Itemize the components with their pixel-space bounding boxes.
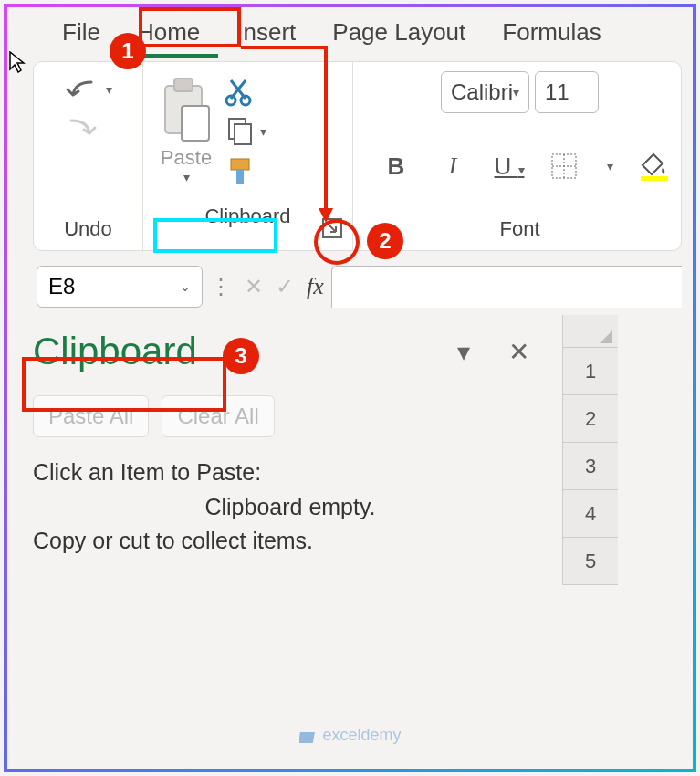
cancel-formula-icon[interactable]: ✕ — [245, 274, 263, 299]
copy-button[interactable]: ▾ — [224, 115, 266, 148]
svg-rect-2 — [182, 106, 209, 141]
svg-rect-14 — [298, 732, 314, 743]
chevron-down-icon: ▾ — [183, 170, 190, 184]
clipboard-task-pane: Clipboard ▾ ✕ Paste All Clear All Click … — [7, 315, 562, 585]
borders-button[interactable] — [550, 152, 581, 180]
svg-rect-13 — [641, 176, 668, 181]
more-icon[interactable]: ⋮ — [210, 274, 232, 299]
format-painter-button[interactable] — [224, 155, 266, 188]
paste-all-button[interactable]: Paste All — [33, 395, 149, 437]
ribbon: ▾ Undo Paste ▾ — [33, 61, 682, 251]
italic-button[interactable]: I — [437, 152, 468, 180]
font-name-select[interactable]: Calibri ▾ — [441, 71, 529, 113]
chevron-down-icon: ⌄ — [180, 279, 191, 294]
pane-options-icon[interactable]: ▾ — [457, 337, 470, 367]
row-header[interactable]: 4 — [563, 490, 618, 538]
pane-hint: Click an Item to Paste: — [33, 456, 548, 490]
group-label-clipboard: Clipboard — [204, 201, 290, 228]
name-box[interactable]: E8 ⌄ — [37, 266, 203, 308]
chevron-down-icon: ▾ — [607, 159, 613, 173]
row-header[interactable]: 3 — [563, 443, 618, 490]
svg-point-4 — [241, 96, 250, 105]
group-label-font: Font — [362, 214, 677, 241]
bold-button[interactable]: B — [381, 152, 412, 181]
svg-rect-1 — [174, 79, 193, 91]
pane-empty-1: Clipboard empty. — [33, 490, 548, 525]
pane-empty-2: Copy or cut to collect items. — [33, 524, 548, 559]
tab-insert[interactable]: Insert — [218, 13, 314, 58]
tab-formulas[interactable]: Formulas — [484, 13, 619, 58]
tab-file[interactable]: File — [44, 13, 119, 58]
chevron-down-icon: ▾ — [260, 124, 266, 139]
undo-button[interactable]: ▾ — [64, 75, 112, 104]
svg-rect-7 — [231, 159, 249, 170]
insert-function-button[interactable]: fx — [307, 273, 324, 300]
group-label-undo: Undo — [64, 214, 112, 241]
svg-rect-8 — [236, 170, 244, 184]
ribbon-tabs: File Home Insert Page Layout Formulas — [7, 7, 693, 58]
clear-all-button[interactable]: Clear All — [162, 395, 274, 437]
fill-color-button[interactable] — [639, 151, 670, 182]
font-size-select[interactable]: 11 — [535, 71, 599, 113]
svg-rect-6 — [235, 124, 251, 144]
tab-home[interactable]: Home — [119, 13, 218, 58]
svg-point-3 — [226, 96, 235, 105]
cut-button[interactable] — [224, 75, 266, 108]
select-all-corner[interactable] — [563, 315, 618, 348]
clipboard-dialog-launcher[interactable] — [321, 217, 345, 241]
chevron-down-icon: ▾ — [106, 82, 112, 97]
tab-page-layout[interactable]: Page Layout — [314, 13, 484, 58]
chevron-down-icon: ▾ — [513, 85, 519, 100]
formula-bar[interactable] — [331, 266, 682, 308]
watermark: exceldemy — [298, 726, 401, 745]
redo-button[interactable] — [64, 113, 112, 142]
row-header[interactable]: 5 — [563, 538, 618, 585]
row-header[interactable]: 2 — [563, 395, 618, 443]
pane-close-icon[interactable]: ✕ — [508, 337, 529, 367]
row-headers: 1 2 3 4 5 — [562, 315, 618, 585]
row-header[interactable]: 1 — [563, 348, 618, 395]
paste-button[interactable]: Paste ▾ — [154, 69, 218, 188]
underline-button[interactable]: U ▾ — [494, 152, 525, 181]
pane-title: Clipboard — [33, 330, 197, 373]
enter-formula-icon[interactable]: ✓ — [276, 274, 294, 299]
